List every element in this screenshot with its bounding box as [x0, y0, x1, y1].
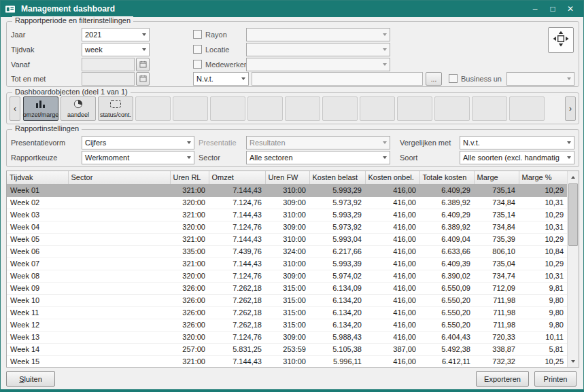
- dashboard-item-omzet-marge[interactable]: omzet/marge: [23, 96, 58, 121]
- jaar-select[interactable]: 2021: [82, 28, 150, 41]
- tot-en-met-input[interactable]: [82, 72, 135, 86]
- soort-select[interactable]: Alle soorten (excl. handmatig: [460, 151, 574, 164]
- cell-tijdvak: Week 01: [7, 184, 68, 196]
- presentatie-select[interactable]: Resultaten: [246, 136, 390, 149]
- cell-kosten_belast: 5.105,38: [309, 343, 365, 355]
- column-header-tijdvak[interactable]: Tijdvak: [7, 171, 68, 184]
- filter-value-input[interactable]: [252, 72, 423, 86]
- cell-kosten_belast: 5.996,11: [309, 355, 365, 368]
- cell-uren_rl: 335:00: [170, 245, 209, 257]
- table-row[interactable]: Week 14257:005.831,25253:595.105,38387,0…: [7, 343, 567, 355]
- table-row[interactable]: Week 01321:007.144,43310:005.993,29416,0…: [7, 184, 567, 196]
- table-row[interactable]: Week 12326:007.262,18315:006.134,20416,0…: [7, 319, 567, 331]
- cell-tijdvak: Week 07: [7, 257, 68, 270]
- tijdvak-select[interactable]: week: [82, 43, 150, 56]
- navigator-button[interactable]: [548, 27, 574, 53]
- dashboard-item-status-cont[interactable]: status/cont.: [98, 96, 133, 121]
- tot-en-met-label: Tot en met: [11, 72, 46, 86]
- column-header-sector[interactable]: Sector: [68, 171, 170, 184]
- sluiten-button[interactable]: Sluiten: [6, 371, 55, 387]
- cell-kosten_belast: 5.974,02: [309, 270, 365, 282]
- vergelijken-met-select[interactable]: N.v.t.: [460, 136, 574, 149]
- minimize-button[interactable]: –: [526, 2, 544, 16]
- vanaf-calendar-button[interactable]: [136, 58, 150, 71]
- cell-uren_fw: 309:00: [265, 196, 309, 209]
- dashboard-prev-button[interactable]: ‹: [10, 96, 20, 121]
- table-row[interactable]: Week 10326:007.262,18315:006.134,20416,0…: [7, 294, 567, 306]
- medewerker-select[interactable]: [246, 58, 390, 71]
- scroll-up-arrow-icon[interactable]: [568, 171, 579, 183]
- tijdvak-label: Tijdvak: [11, 43, 34, 56]
- table-row[interactable]: Week 08320:007.124,76309:005.974,02416,0…: [7, 270, 567, 282]
- cell-marge_pct: 10,29: [519, 184, 567, 196]
- business-unit-checkbox[interactable]: [449, 74, 458, 83]
- close-button[interactable]: ✕: [562, 2, 579, 16]
- column-header-kosten_onbel[interactable]: Kosten onbel.: [365, 171, 419, 184]
- table-row[interactable]: Week 06335:007.439,76324:006.217,66416,0…: [7, 245, 567, 257]
- rayon-checkbox[interactable]: [193, 30, 202, 39]
- dashboard-next-button[interactable]: ›: [565, 96, 576, 121]
- locatie-checkbox[interactable]: [193, 45, 202, 54]
- dashboard-item-aandeel[interactable]: aandeel: [61, 96, 96, 121]
- table-row[interactable]: Week 05321:007.144,43310:005.993,04416,0…: [7, 233, 567, 245]
- presentatievorm-select[interactable]: Cijfers: [82, 136, 194, 149]
- medewerker-checkbox[interactable]: [193, 60, 202, 69]
- column-header-omzet[interactable]: Omzet: [209, 171, 265, 184]
- browse-button[interactable]: ...: [426, 72, 442, 86]
- cell-totale_kosten: 6.550,20: [419, 306, 474, 319]
- table-row[interactable]: Week 09326:007.262,18315:006.134,09416,0…: [7, 282, 567, 294]
- cell-uren_fw: 310:00: [265, 233, 309, 245]
- business-unit-select[interactable]: [506, 72, 574, 86]
- locatie-select[interactable]: [246, 43, 390, 56]
- scrollbar-thumb[interactable]: [568, 183, 578, 246]
- cell-marge_pct: 9,80: [519, 294, 567, 306]
- title-bar: Management dashboard – □ ✕: [1, 1, 583, 17]
- vanaf-input[interactable]: [82, 58, 135, 71]
- rayon-label: Rayon: [205, 30, 227, 39]
- table-row[interactable]: Week 11326:007.262,18315:006.134,20416,0…: [7, 306, 567, 319]
- table-row[interactable]: Week 15321:007.144,43310:005.996,11416,0…: [7, 355, 567, 368]
- cell-tijdvak: Week 09: [7, 282, 68, 294]
- cell-marge: 711,98: [474, 306, 519, 319]
- column-header-uren_fw[interactable]: Uren FW: [265, 171, 309, 184]
- column-header-kosten_belast[interactable]: Kosten belast: [309, 171, 365, 184]
- cell-sector: [68, 355, 170, 368]
- vertical-scrollbar[interactable]: [567, 171, 579, 367]
- exporteren-button[interactable]: Exporteren: [476, 371, 529, 387]
- nvt-select[interactable]: N.v.t.: [193, 72, 249, 86]
- rayon-select[interactable]: [246, 28, 390, 41]
- cell-totale_kosten: 6.550,20: [419, 319, 474, 331]
- dashboard-strip: omzet/marge aandeel status/cont.: [23, 96, 545, 121]
- maximize-button[interactable]: □: [544, 2, 562, 16]
- printen-button[interactable]: Printen: [534, 371, 577, 387]
- cell-omzet: 5.831,25: [209, 343, 265, 355]
- cell-uren_rl: 320:00: [170, 196, 209, 209]
- locatie-label: Locatie: [205, 45, 229, 54]
- dashboard-slot-empty: [247, 96, 283, 121]
- table-row[interactable]: Week 13320:007.124,76309:005.988,43416,0…: [7, 331, 567, 343]
- column-header-uren_rl[interactable]: Uren RL: [170, 171, 209, 184]
- scroll-down-arrow-icon[interactable]: [568, 355, 579, 367]
- column-header-totale_kosten[interactable]: Totale kosten: [419, 171, 474, 184]
- table-row[interactable]: Week 07321:007.144,43310:005.993,39416,0…: [7, 257, 567, 270]
- cell-kosten_onbel: 416,00: [365, 355, 419, 368]
- vanaf-label: Vanaf: [11, 58, 30, 71]
- chevron-down-icon: [139, 43, 149, 56]
- cell-sector: [68, 282, 170, 294]
- sector-select[interactable]: Alle sectoren: [246, 151, 390, 164]
- dashboard-slot-empty: [434, 96, 470, 121]
- cell-uren_fw: 315:00: [265, 319, 309, 331]
- window-title: Management dashboard: [21, 4, 526, 14]
- tot-en-met-calendar-button[interactable]: [136, 72, 150, 86]
- cell-tijdvak: Week 06: [7, 245, 68, 257]
- cell-kosten_belast: 5.993,29: [309, 184, 365, 196]
- table-row[interactable]: Week 03321:007.144,43310:005.993,29416,0…: [7, 209, 567, 221]
- column-header-marge[interactable]: Marge: [474, 171, 519, 184]
- cell-totale_kosten: 6.633,66: [419, 245, 474, 257]
- table-row[interactable]: Week 04320:007.124,76309:005.973,92416,0…: [7, 221, 567, 233]
- cell-marge: 735,04: [474, 257, 519, 270]
- table-row[interactable]: Week 02320:007.124,76309:005.973,92416,0…: [7, 196, 567, 209]
- cell-marge_pct: 10,31: [519, 196, 567, 209]
- column-header-marge_pct[interactable]: Marge %: [519, 171, 567, 184]
- rapportkeuze-select[interactable]: Werkmoment: [82, 151, 194, 164]
